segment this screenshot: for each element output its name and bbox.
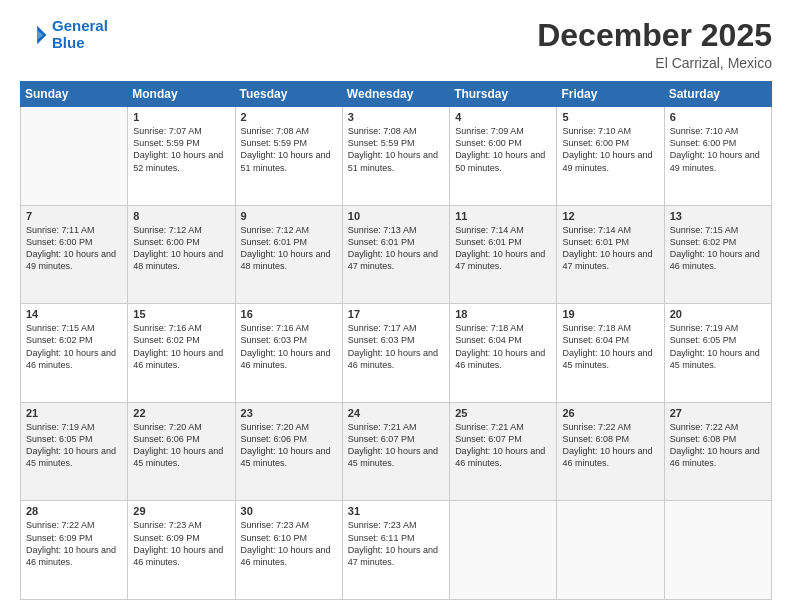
table-row: 6 Sunrise: 7:10 AM Sunset: 6:00 PM Dayli…: [664, 107, 771, 206]
calendar-row-4: 28 Sunrise: 7:22 AM Sunset: 6:09 PM Dayl…: [21, 501, 772, 600]
sunset-text: Sunset: 6:09 PM: [133, 533, 200, 543]
sunrise-text: Sunrise: 7:16 AM: [133, 323, 202, 333]
table-row: 14 Sunrise: 7:15 AM Sunset: 6:02 PM Dayl…: [21, 304, 128, 403]
daylight-text: Daylight: 10 hours and 52 minutes.: [133, 150, 223, 172]
daylight-text: Daylight: 10 hours and 47 minutes.: [348, 545, 438, 567]
day-number: 18: [455, 308, 551, 320]
daylight-text: Daylight: 10 hours and 46 minutes.: [455, 348, 545, 370]
table-row: 13 Sunrise: 7:15 AM Sunset: 6:02 PM Dayl…: [664, 205, 771, 304]
table-row: 22 Sunrise: 7:20 AM Sunset: 6:06 PM Dayl…: [128, 402, 235, 501]
table-row: 9 Sunrise: 7:12 AM Sunset: 6:01 PM Dayli…: [235, 205, 342, 304]
day-number: 17: [348, 308, 444, 320]
table-row: 28 Sunrise: 7:22 AM Sunset: 6:09 PM Dayl…: [21, 501, 128, 600]
sunset-text: Sunset: 6:01 PM: [455, 237, 522, 247]
sunset-text: Sunset: 6:06 PM: [241, 434, 308, 444]
daylight-text: Daylight: 10 hours and 51 minutes.: [348, 150, 438, 172]
calendar-row-3: 21 Sunrise: 7:19 AM Sunset: 6:05 PM Dayl…: [21, 402, 772, 501]
daylight-text: Daylight: 10 hours and 45 minutes.: [26, 446, 116, 468]
sunset-text: Sunset: 5:59 PM: [133, 138, 200, 148]
sunrise-text: Sunrise: 7:20 AM: [241, 422, 310, 432]
table-row: 23 Sunrise: 7:20 AM Sunset: 6:06 PM Dayl…: [235, 402, 342, 501]
table-row: 3 Sunrise: 7:08 AM Sunset: 5:59 PM Dayli…: [342, 107, 449, 206]
daylight-text: Daylight: 10 hours and 46 minutes.: [241, 348, 331, 370]
sunset-text: Sunset: 6:07 PM: [348, 434, 415, 444]
day-number: 11: [455, 210, 551, 222]
day-number: 24: [348, 407, 444, 419]
daylight-text: Daylight: 10 hours and 45 minutes.: [241, 446, 331, 468]
sunset-text: Sunset: 6:11 PM: [348, 533, 415, 543]
table-row: 20 Sunrise: 7:19 AM Sunset: 6:05 PM Dayl…: [664, 304, 771, 403]
daylight-text: Daylight: 10 hours and 46 minutes.: [348, 348, 438, 370]
col-monday: Monday: [128, 82, 235, 107]
sunset-text: Sunset: 6:01 PM: [562, 237, 629, 247]
sunset-text: Sunset: 5:59 PM: [348, 138, 415, 148]
sunset-text: Sunset: 6:05 PM: [670, 335, 737, 345]
daylight-text: Daylight: 10 hours and 46 minutes.: [26, 348, 116, 370]
sunset-text: Sunset: 6:04 PM: [455, 335, 522, 345]
daylight-text: Daylight: 10 hours and 51 minutes.: [241, 150, 331, 172]
table-row: 27 Sunrise: 7:22 AM Sunset: 6:08 PM Dayl…: [664, 402, 771, 501]
sunrise-text: Sunrise: 7:15 AM: [670, 225, 739, 235]
sunrise-text: Sunrise: 7:22 AM: [26, 520, 95, 530]
day-number: 7: [26, 210, 122, 222]
sunset-text: Sunset: 6:10 PM: [241, 533, 308, 543]
day-number: 20: [670, 308, 766, 320]
daylight-text: Daylight: 10 hours and 46 minutes.: [241, 545, 331, 567]
sunrise-text: Sunrise: 7:15 AM: [26, 323, 95, 333]
day-number: 4: [455, 111, 551, 123]
calendar-row-2: 14 Sunrise: 7:15 AM Sunset: 6:02 PM Dayl…: [21, 304, 772, 403]
sunrise-text: Sunrise: 7:11 AM: [26, 225, 95, 235]
daylight-text: Daylight: 10 hours and 47 minutes.: [562, 249, 652, 271]
table-row: [21, 107, 128, 206]
daylight-text: Daylight: 10 hours and 46 minutes.: [455, 446, 545, 468]
table-row: 10 Sunrise: 7:13 AM Sunset: 6:01 PM Dayl…: [342, 205, 449, 304]
sunrise-text: Sunrise: 7:08 AM: [241, 126, 310, 136]
day-number: 28: [26, 505, 122, 517]
daylight-text: Daylight: 10 hours and 45 minutes.: [348, 446, 438, 468]
daylight-text: Daylight: 10 hours and 46 minutes.: [26, 545, 116, 567]
title-block: December 2025 El Carrizal, Mexico: [537, 18, 772, 71]
calendar-table: Sunday Monday Tuesday Wednesday Thursday…: [20, 81, 772, 600]
day-number: 2: [241, 111, 337, 123]
sunset-text: Sunset: 6:00 PM: [670, 138, 737, 148]
day-number: 23: [241, 407, 337, 419]
day-number: 14: [26, 308, 122, 320]
daylight-text: Daylight: 10 hours and 46 minutes.: [670, 446, 760, 468]
calendar-row-0: 1 Sunrise: 7:07 AM Sunset: 5:59 PM Dayli…: [21, 107, 772, 206]
sunset-text: Sunset: 6:07 PM: [455, 434, 522, 444]
sunset-text: Sunset: 6:03 PM: [241, 335, 308, 345]
sunset-text: Sunset: 6:00 PM: [133, 237, 200, 247]
table-row: 7 Sunrise: 7:11 AM Sunset: 6:00 PM Dayli…: [21, 205, 128, 304]
table-row: 4 Sunrise: 7:09 AM Sunset: 6:00 PM Dayli…: [450, 107, 557, 206]
sunrise-text: Sunrise: 7:10 AM: [670, 126, 739, 136]
day-number: 10: [348, 210, 444, 222]
sunrise-text: Sunrise: 7:23 AM: [241, 520, 310, 530]
day-number: 30: [241, 505, 337, 517]
day-number: 5: [562, 111, 658, 123]
day-number: 1: [133, 111, 229, 123]
sunrise-text: Sunrise: 7:17 AM: [348, 323, 417, 333]
daylight-text: Daylight: 10 hours and 47 minutes.: [455, 249, 545, 271]
day-number: 12: [562, 210, 658, 222]
col-tuesday: Tuesday: [235, 82, 342, 107]
sunrise-text: Sunrise: 7:21 AM: [455, 422, 524, 432]
day-number: 26: [562, 407, 658, 419]
sunrise-text: Sunrise: 7:16 AM: [241, 323, 310, 333]
sunset-text: Sunset: 6:08 PM: [670, 434, 737, 444]
table-row: [664, 501, 771, 600]
table-row: 30 Sunrise: 7:23 AM Sunset: 6:10 PM Dayl…: [235, 501, 342, 600]
table-row: 17 Sunrise: 7:17 AM Sunset: 6:03 PM Dayl…: [342, 304, 449, 403]
table-row: 15 Sunrise: 7:16 AM Sunset: 6:02 PM Dayl…: [128, 304, 235, 403]
sunrise-text: Sunrise: 7:18 AM: [455, 323, 524, 333]
sunset-text: Sunset: 6:02 PM: [670, 237, 737, 247]
daylight-text: Daylight: 10 hours and 46 minutes.: [670, 249, 760, 271]
daylight-text: Daylight: 10 hours and 45 minutes.: [670, 348, 760, 370]
logo: General Blue: [20, 18, 108, 51]
sunset-text: Sunset: 6:03 PM: [348, 335, 415, 345]
daylight-text: Daylight: 10 hours and 45 minutes.: [133, 446, 223, 468]
sunset-text: Sunset: 6:00 PM: [455, 138, 522, 148]
sunset-text: Sunset: 6:00 PM: [562, 138, 629, 148]
sunrise-text: Sunrise: 7:23 AM: [133, 520, 202, 530]
day-number: 15: [133, 308, 229, 320]
sunset-text: Sunset: 6:08 PM: [562, 434, 629, 444]
